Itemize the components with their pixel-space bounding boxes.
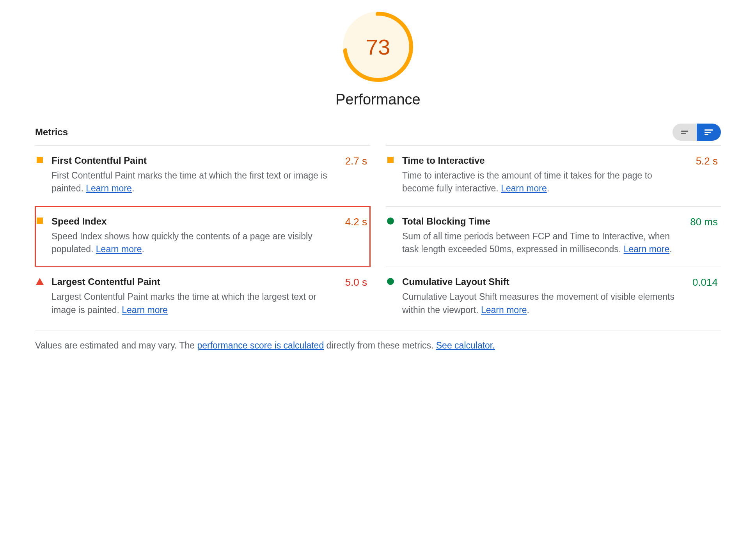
metrics-grid: First Contentful Paint First Contentful … <box>35 145 721 327</box>
metric-description: Sum of all time periods between FCP and … <box>402 230 686 256</box>
metric-fcp: First Contentful Paint First Contentful … <box>35 145 370 206</box>
metric-description: First Contentful Paint marks the time at… <box>51 169 335 195</box>
score-value: 73 <box>366 34 390 60</box>
view-toggle <box>673 124 721 141</box>
status-poor-icon <box>36 278 44 285</box>
metric-description: Cumulative Layout Shift measures the mov… <box>402 290 686 317</box>
status-good-icon <box>387 278 394 285</box>
metric-title: Time to Interactive <box>402 155 686 166</box>
metrics-label: Metrics <box>35 127 68 138</box>
compact-view-button[interactable] <box>673 124 697 141</box>
status-average-icon <box>387 157 394 163</box>
status-average-icon <box>37 218 43 224</box>
metrics-header: Metrics <box>35 124 721 145</box>
score-gauge: 73 <box>343 12 413 82</box>
metric-title: Total Blocking Time <box>402 216 686 227</box>
learn-more-link[interactable]: Learn more <box>624 244 670 254</box>
metric-title: Largest Contentful Paint <box>51 276 335 287</box>
perf-calc-link[interactable]: performance score is calculated <box>197 340 324 350</box>
metric-value: 5.2 s <box>696 155 718 167</box>
performance-header: 73 Performance <box>35 12 721 108</box>
metric-description: Time to interactive is the amount of tim… <box>402 169 686 195</box>
metric-value: 2.7 s <box>345 155 367 167</box>
metric-title: Speed Index <box>51 216 335 227</box>
learn-more-link[interactable]: Learn more <box>122 305 168 315</box>
metric-value: 80 ms <box>690 216 718 228</box>
section-title: Performance <box>335 91 421 108</box>
metric-description: Largest Contentful Paint marks the time … <box>51 290 335 317</box>
metric-title: Cumulative Layout Shift <box>402 276 686 287</box>
compact-icon <box>681 131 688 134</box>
learn-more-link[interactable]: Learn more <box>96 244 142 254</box>
footer-note: Values are estimated and may vary. The p… <box>35 331 721 351</box>
expanded-icon <box>705 129 713 135</box>
learn-more-link[interactable]: Learn more <box>86 183 132 193</box>
learn-more-link[interactable]: Learn more <box>501 183 547 193</box>
metric-lcp: Largest Contentful Paint Largest Content… <box>35 267 370 327</box>
learn-more-link[interactable]: Learn more <box>481 305 527 315</box>
metric-speed-index: Speed Index Speed Index shows how quickl… <box>35 206 370 267</box>
metric-value: 5.0 s <box>345 276 367 288</box>
see-calculator-link[interactable]: See calculator. <box>436 340 495 350</box>
metric-title: First Contentful Paint <box>51 155 335 166</box>
metric-tbt: Total Blocking Time Sum of all time peri… <box>386 206 721 267</box>
metric-description: Speed Index shows how quickly the conten… <box>51 230 335 256</box>
metric-cls: Cumulative Layout Shift Cumulative Layou… <box>386 267 721 327</box>
status-good-icon <box>387 218 394 225</box>
expanded-view-button[interactable] <box>697 124 721 141</box>
status-average-icon <box>37 157 43 163</box>
metric-value: 4.2 s <box>345 216 367 228</box>
metric-value: 0.014 <box>692 276 718 288</box>
metric-tti: Time to Interactive Time to interactive … <box>386 145 721 206</box>
